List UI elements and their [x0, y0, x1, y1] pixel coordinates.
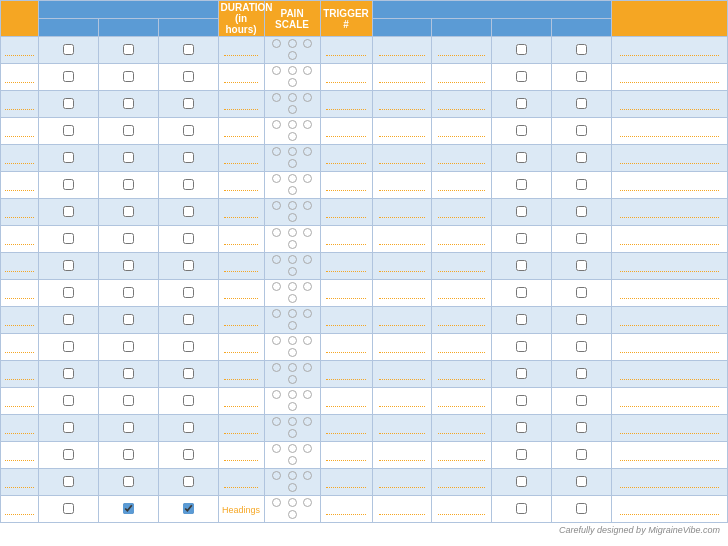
- pm-checkbox-cell[interactable]: [158, 442, 218, 469]
- complete-relief-checkbox[interactable]: [576, 476, 587, 487]
- pain-circle-4[interactable]: [288, 456, 297, 465]
- pain-circle-1[interactable]: [272, 309, 281, 318]
- pain-circle-2[interactable]: [288, 201, 297, 210]
- am-checkbox-cell[interactable]: [39, 415, 99, 442]
- no-relief-cell[interactable]: [492, 280, 552, 307]
- am-checkbox[interactable]: [63, 503, 74, 514]
- pm-checkbox[interactable]: [183, 503, 194, 514]
- evening-checkbox-cell[interactable]: [98, 226, 158, 253]
- pain-circle-1[interactable]: [272, 93, 281, 102]
- evening-checkbox-cell[interactable]: [98, 253, 158, 280]
- am-checkbox-cell[interactable]: [39, 145, 99, 172]
- pain-circle-1[interactable]: [272, 336, 281, 345]
- pm-checkbox[interactable]: [183, 260, 194, 271]
- pm-checkbox-cell[interactable]: [158, 91, 218, 118]
- am-checkbox-cell[interactable]: [39, 496, 99, 523]
- am-checkbox[interactable]: [63, 98, 74, 109]
- pain-circle-1[interactable]: [272, 66, 281, 75]
- no-relief-checkbox[interactable]: [516, 206, 527, 217]
- pain-circle-3[interactable]: [303, 363, 312, 372]
- complete-relief-cell[interactable]: [552, 253, 612, 280]
- pain-circle-3[interactable]: [303, 336, 312, 345]
- pain-circle-2[interactable]: [288, 498, 297, 507]
- pm-checkbox-cell[interactable]: [158, 361, 218, 388]
- pain-circle-4[interactable]: [288, 375, 297, 384]
- no-relief-checkbox[interactable]: [516, 287, 527, 298]
- am-checkbox[interactable]: [63, 71, 74, 82]
- complete-relief-cell[interactable]: [552, 469, 612, 496]
- evening-checkbox-cell[interactable]: [98, 199, 158, 226]
- complete-relief-cell[interactable]: [552, 37, 612, 64]
- pain-circle-1[interactable]: [272, 282, 281, 291]
- complete-relief-cell[interactable]: [552, 442, 612, 469]
- pain-circle-1[interactable]: [272, 363, 281, 372]
- pain-circle-4[interactable]: [288, 321, 297, 330]
- pm-checkbox-cell[interactable]: [158, 388, 218, 415]
- no-relief-checkbox[interactable]: [516, 395, 527, 406]
- complete-relief-checkbox[interactable]: [576, 233, 587, 244]
- pain-circle-1[interactable]: [272, 147, 281, 156]
- evening-checkbox[interactable]: [123, 233, 134, 244]
- am-checkbox-cell[interactable]: [39, 280, 99, 307]
- pain-circle-2[interactable]: [288, 120, 297, 129]
- pain-circle-1[interactable]: [272, 255, 281, 264]
- no-relief-cell[interactable]: [492, 469, 552, 496]
- am-checkbox-cell[interactable]: [39, 442, 99, 469]
- am-checkbox-cell[interactable]: [39, 388, 99, 415]
- complete-relief-checkbox[interactable]: [576, 368, 587, 379]
- pm-checkbox-cell[interactable]: [158, 469, 218, 496]
- pain-circle-3[interactable]: [303, 228, 312, 237]
- pm-checkbox-cell[interactable]: [158, 307, 218, 334]
- pain-circle-1[interactable]: [272, 444, 281, 453]
- pain-circle-1[interactable]: [272, 390, 281, 399]
- am-checkbox-cell[interactable]: [39, 118, 99, 145]
- pain-circle-1[interactable]: [272, 471, 281, 480]
- am-checkbox-cell[interactable]: [39, 307, 99, 334]
- pain-circle-2[interactable]: [288, 93, 297, 102]
- pain-circle-3[interactable]: [303, 93, 312, 102]
- pain-circle-4[interactable]: [288, 510, 297, 519]
- no-relief-cell[interactable]: [492, 91, 552, 118]
- evening-checkbox[interactable]: [123, 449, 134, 460]
- pain-circle-1[interactable]: [272, 228, 281, 237]
- am-checkbox-cell[interactable]: [39, 91, 99, 118]
- pain-circle-3[interactable]: [303, 498, 312, 507]
- am-checkbox-cell[interactable]: [39, 253, 99, 280]
- am-checkbox[interactable]: [63, 314, 74, 325]
- evening-checkbox[interactable]: [123, 314, 134, 325]
- no-relief-checkbox[interactable]: [516, 422, 527, 433]
- complete-relief-checkbox[interactable]: [576, 287, 587, 298]
- complete-relief-checkbox[interactable]: [576, 44, 587, 55]
- am-checkbox-cell[interactable]: [39, 469, 99, 496]
- no-relief-cell[interactable]: [492, 442, 552, 469]
- pm-checkbox[interactable]: [183, 71, 194, 82]
- pain-circle-4[interactable]: [288, 105, 297, 114]
- complete-relief-checkbox[interactable]: [576, 314, 587, 325]
- am-checkbox-cell[interactable]: [39, 172, 99, 199]
- am-checkbox-cell[interactable]: [39, 37, 99, 64]
- am-checkbox[interactable]: [63, 206, 74, 217]
- pm-checkbox[interactable]: [183, 179, 194, 190]
- am-checkbox[interactable]: [63, 233, 74, 244]
- pain-circle-3[interactable]: [303, 201, 312, 210]
- complete-relief-cell[interactable]: [552, 496, 612, 523]
- no-relief-cell[interactable]: [492, 145, 552, 172]
- pain-circle-2[interactable]: [288, 66, 297, 75]
- complete-relief-cell[interactable]: [552, 334, 612, 361]
- evening-checkbox[interactable]: [123, 260, 134, 271]
- pm-checkbox-cell[interactable]: [158, 64, 218, 91]
- no-relief-checkbox[interactable]: [516, 314, 527, 325]
- pain-circle-3[interactable]: [303, 147, 312, 156]
- evening-checkbox[interactable]: [123, 179, 134, 190]
- pm-checkbox-cell[interactable]: [158, 496, 218, 523]
- evening-checkbox-cell[interactable]: [98, 307, 158, 334]
- pain-circle-2[interactable]: [288, 282, 297, 291]
- evening-checkbox-cell[interactable]: [98, 145, 158, 172]
- no-relief-cell[interactable]: [492, 199, 552, 226]
- pm-checkbox[interactable]: [183, 287, 194, 298]
- pain-circle-3[interactable]: [303, 444, 312, 453]
- complete-relief-cell[interactable]: [552, 388, 612, 415]
- pm-checkbox[interactable]: [183, 206, 194, 217]
- no-relief-checkbox[interactable]: [516, 71, 527, 82]
- evening-checkbox[interactable]: [123, 422, 134, 433]
